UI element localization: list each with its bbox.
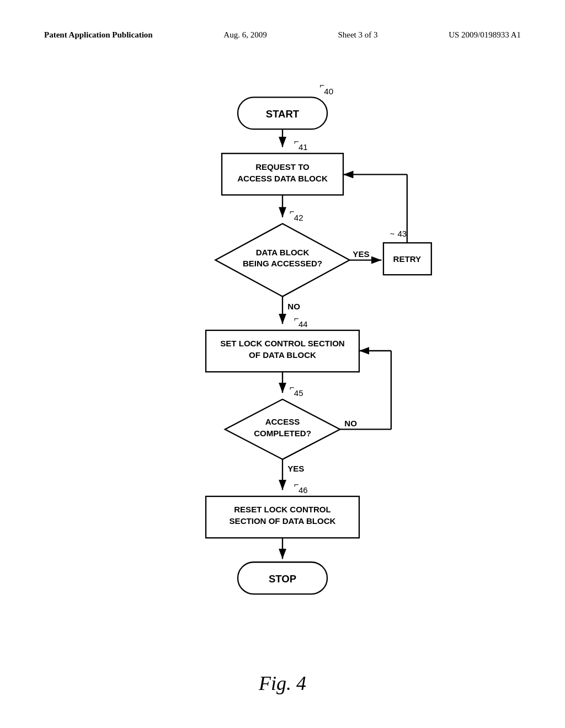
node-41-label1: REQUEST TO bbox=[255, 162, 310, 172]
svg-text:⌐: ⌐ bbox=[290, 207, 295, 216]
svg-text:⌐: ⌐ bbox=[294, 480, 299, 489]
publication-date: Aug. 6, 2009 bbox=[223, 30, 266, 40]
node-42-label1: DATA BLOCK bbox=[256, 248, 310, 257]
page: Patent Application Publication Aug. 6, 2… bbox=[0, 0, 565, 728]
node-41-label2: ACCESS DATA BLOCK bbox=[237, 174, 328, 183]
node-45-label2: COMPLETED? bbox=[254, 429, 311, 438]
label-41: 41 bbox=[299, 142, 308, 152]
no-label-45: NO bbox=[344, 419, 357, 428]
yes-label-45: YES bbox=[287, 464, 304, 473]
sheet-info: Sheet 3 of 3 bbox=[338, 30, 377, 40]
label-43: 43 bbox=[397, 229, 407, 238]
publication-title: Patent Application Publication bbox=[44, 30, 153, 40]
node-44-label2: OF DATA BLOCK bbox=[249, 350, 316, 360]
label-44: 44 bbox=[299, 319, 308, 329]
node-46-label2: SECTION OF DATA BLOCK bbox=[230, 516, 336, 526]
node-45-label1: ACCESS bbox=[265, 417, 300, 426]
svg-text:⌐: ⌐ bbox=[319, 81, 324, 90]
figure-caption: Fig. 4 bbox=[259, 672, 306, 695]
patent-number: US 2009/0198933 A1 bbox=[449, 30, 521, 40]
node-42-label2: BEING ACCESSED? bbox=[243, 259, 322, 268]
node-44-label1: SET LOCK CONTROL SECTION bbox=[220, 339, 344, 348]
start-label: START bbox=[266, 108, 300, 120]
svg-text:⌐: ⌐ bbox=[294, 137, 299, 146]
svg-text:⌐: ⌐ bbox=[290, 383, 295, 392]
flowchart-svg: 40 ⌐ START 41 ⌐ REQUEST TO ACCESS DATA B… bbox=[117, 72, 448, 678]
flowchart: 40 ⌐ START 41 ⌐ REQUEST TO ACCESS DATA B… bbox=[117, 72, 448, 678]
yes-label-42: YES bbox=[353, 249, 369, 259]
no-label-42: NO bbox=[287, 302, 300, 311]
label-42: 42 bbox=[294, 213, 303, 222]
label-46: 46 bbox=[299, 485, 308, 495]
label-40: 40 bbox=[324, 87, 333, 96]
label-45: 45 bbox=[294, 388, 303, 398]
stop-label: STOP bbox=[269, 573, 296, 585]
svg-text:~: ~ bbox=[390, 229, 395, 238]
node-46-label1: RESET LOCK CONTROL bbox=[234, 505, 331, 514]
svg-text:⌐: ⌐ bbox=[294, 314, 299, 323]
page-header: Patent Application Publication Aug. 6, 2… bbox=[44, 30, 521, 40]
node-43-label: RETRY bbox=[393, 254, 421, 264]
